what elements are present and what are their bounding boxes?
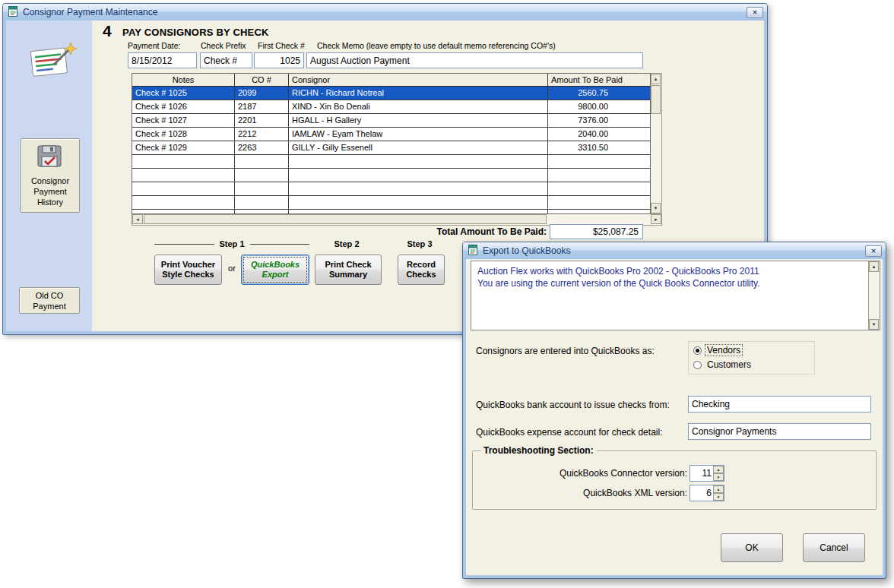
- cell-consignor: XIND - Xin Bo Denali: [289, 100, 548, 113]
- cell-co: 2187: [235, 100, 289, 113]
- horizontal-scrollbar-thumb[interactable]: [144, 214, 547, 224]
- scroll-up-button[interactable]: ▲: [869, 261, 879, 272]
- or-label: or: [224, 264, 240, 273]
- cell-consignor: GILLY - Gilly Essenell: [289, 141, 548, 154]
- table-row[interactable]: Check # 1028 2212 IAMLAW - Eyam Thelaw 2…: [132, 128, 650, 141]
- spin-down-icon: ▼: [717, 495, 721, 499]
- arrow-left-icon: ◄: [135, 217, 140, 222]
- quickbooks-info-box: Auction Flex works with QuickBooks Pro 2…: [471, 261, 880, 330]
- step2-label: Step 2: [324, 239, 369, 248]
- cell-co: 2212: [235, 128, 289, 141]
- bank-account-label: QuickBooks bank account to issue checks …: [476, 400, 670, 410]
- total-amount-label: Total Amount To Be Paid:: [411, 226, 547, 237]
- cell-amount: 2560.75: [548, 87, 650, 100]
- vendors-radio-label[interactable]: Vendors: [705, 345, 742, 356]
- dialog-client-area: Auction Flex works with QuickBooks Pro 2…: [466, 259, 883, 575]
- export-to-quickbooks-dialog: Export to QuickBooks ✕ Auction Flex work…: [462, 242, 886, 579]
- spin-down-button[interactable]: ▼: [713, 473, 724, 481]
- table-header-row: Notes CO # Consignor Amount To Be Paid: [132, 74, 650, 87]
- vendors-radio[interactable]: Vendors: [693, 345, 742, 356]
- connector-version-label: QuickBooks Connector version:: [488, 468, 687, 479]
- cell-consignor: HGALL - H Gallery: [289, 114, 548, 127]
- scroll-down-button[interactable]: ▼: [869, 319, 879, 330]
- consignors-entered-as-label: Consignors are entered into QuickBooks a…: [476, 346, 655, 356]
- consignor-type-radio-group: Vendors Customers: [688, 341, 815, 375]
- step1-header: Step 1: [154, 239, 309, 248]
- cell-consignor: IAMLAW - Eyam Thelaw: [289, 128, 548, 141]
- spin-up-icon: ▲: [717, 467, 721, 472]
- column-header-co[interactable]: CO #: [235, 74, 289, 86]
- scroll-right-button[interactable]: ►: [651, 214, 661, 224]
- spin-down-button[interactable]: ▼: [713, 493, 724, 501]
- table-vertical-scrollbar[interactable]: ▲ ▼: [651, 73, 662, 214]
- arrow-up-icon: ▲: [872, 261, 877, 273]
- quickbooks-export-button[interactable]: QuickBooks Export: [241, 254, 309, 285]
- xml-version-input[interactable]: [690, 485, 713, 501]
- connector-version-input[interactable]: [690, 466, 713, 481]
- first-check-label: First Check #: [258, 41, 305, 50]
- first-check-number-input[interactable]: [254, 52, 304, 68]
- expense-account-label: QuickBooks expense account for check det…: [476, 427, 662, 438]
- spin-up-button[interactable]: ▲: [713, 466, 724, 473]
- dialog-close-button[interactable]: ✕: [865, 245, 882, 257]
- arrow-right-icon: ►: [654, 217, 658, 222]
- step1-line-right: [250, 244, 310, 245]
- dialog-title: Export to QuickBooks: [483, 245, 861, 256]
- check-memo-input[interactable]: [306, 52, 643, 68]
- old-co-payment-button[interactable]: Old CO Payment: [19, 287, 80, 314]
- payment-date-input[interactable]: [128, 52, 197, 68]
- table-row[interactable]: Check # 1027 2201 HGALL - H Gallery 7376…: [132, 114, 650, 128]
- cancel-button[interactable]: Cancel: [803, 533, 865, 562]
- page-title: PAY CONSIGNORS BY CHECK: [122, 27, 269, 38]
- column-header-consignor[interactable]: Consignor: [289, 74, 548, 86]
- history-button-label: Consignor Payment History: [26, 175, 74, 207]
- print-voucher-style-checks-button[interactable]: Print Voucher Style Checks: [154, 254, 222, 285]
- column-header-notes[interactable]: Notes: [132, 74, 235, 86]
- record-checks-button[interactable]: Record Checks: [398, 254, 445, 285]
- arrow-up-icon: ▲: [654, 77, 658, 81]
- customers-radio-label[interactable]: Customers: [705, 359, 753, 370]
- radio-selected-icon: [693, 346, 702, 355]
- table-row[interactable]: Check # 1029 2263 GILLY - Gilly Essenell…: [132, 141, 650, 155]
- window-title: Consignor Payment Maintenance: [23, 7, 743, 17]
- dialog-title-bar[interactable]: Export to QuickBooks ✕: [463, 242, 886, 259]
- app-icon: [467, 244, 479, 258]
- cell-co: 2099: [235, 87, 289, 100]
- empty-table-row[interactable]: [132, 169, 650, 182]
- bank-account-input[interactable]: [688, 396, 871, 413]
- cell-notes: Check # 1027: [132, 114, 235, 127]
- expense-account-input[interactable]: [688, 423, 871, 440]
- cell-notes: Check # 1029: [132, 141, 235, 154]
- title-bar[interactable]: Consignor Payment Maintenance ✕: [3, 4, 767, 21]
- check-prefix-input[interactable]: [200, 52, 252, 68]
- check-prefix-label: Check Prefix: [201, 41, 246, 50]
- ok-button[interactable]: OK: [721, 533, 783, 562]
- sidebar: Consignor Payment History Old CO Payment: [6, 21, 92, 331]
- consignor-payment-history-button[interactable]: Consignor Payment History: [21, 138, 80, 213]
- print-check-summary-button[interactable]: Print Check Summary: [315, 254, 382, 285]
- step-number: 4: [103, 22, 112, 40]
- table-row[interactable]: Check # 1025 2099 RICHN - Richard Notrea…: [132, 87, 650, 100]
- table-row[interactable]: Check # 1026 2187 XIND - Xin Bo Denali 9…: [132, 100, 650, 114]
- cell-consignor: RICHN - Richard Notreal: [289, 87, 548, 100]
- cell-co: 2263: [235, 141, 289, 154]
- troubleshooting-groupbox: Troubleshooting Section: QuickBooks Conn…: [472, 450, 877, 510]
- scroll-down-button[interactable]: ▼: [651, 203, 661, 213]
- close-button[interactable]: ✕: [747, 7, 763, 18]
- info-box-scrollbar[interactable]: ▲ ▼: [868, 261, 880, 330]
- customers-radio[interactable]: Customers: [693, 359, 753, 370]
- empty-table-row[interactable]: [132, 196, 650, 210]
- old-co-button-label: Old CO Payment: [27, 290, 72, 311]
- cell-co: 2201: [235, 114, 289, 127]
- column-header-amount[interactable]: Amount To Be Paid: [548, 74, 650, 86]
- scroll-up-button[interactable]: ▲: [651, 74, 661, 84]
- empty-table-row[interactable]: [132, 155, 650, 169]
- payment-date-label: Payment Date:: [128, 41, 180, 50]
- vertical-scrollbar-thumb[interactable]: [651, 85, 661, 114]
- quickbooks-info-text: Auction Flex works with QuickBooks Pro 2…: [477, 265, 864, 289]
- spin-up-button[interactable]: ▲: [713, 485, 724, 493]
- empty-table-row[interactable]: [132, 182, 650, 196]
- scroll-left-button[interactable]: ◄: [132, 214, 143, 224]
- xml-version-label: QuickBooks XML version:: [488, 488, 687, 498]
- payment-history-icon: [35, 144, 65, 172]
